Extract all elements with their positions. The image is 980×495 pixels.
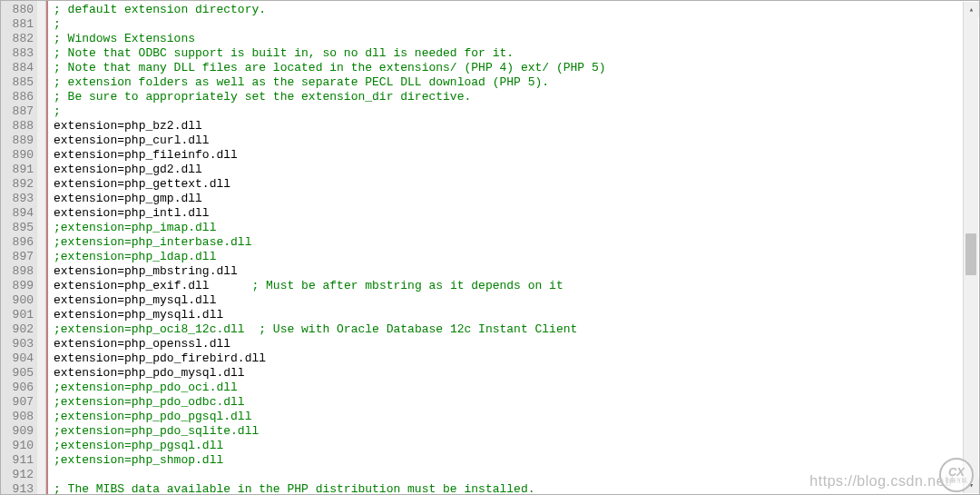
line-number: 907 — [1, 395, 34, 410]
code-line[interactable]: ;extension=php_pdo_oci.dll — [54, 381, 979, 395]
line-number: 884 — [1, 61, 34, 75]
line-number: 912 — [1, 468, 34, 482]
code-line[interactable]: extension=php_pdo_mysql.dll — [54, 366, 979, 381]
code-line[interactable]: extension=php_mbstring.dll — [54, 264, 979, 279]
code-line[interactable]: ;extension=php_pdo_sqlite.dll — [54, 424, 979, 439]
line-number: 905 — [1, 366, 34, 381]
code-line[interactable]: extension=php_bz2.dll — [54, 119, 979, 134]
fold-margin — [37, 1, 46, 494]
code-line[interactable]: ;extension=php_imap.dll — [54, 221, 979, 235]
code-line[interactable]: extension=php_mysql.dll — [54, 293, 979, 308]
code-line[interactable]: ;extension=php_interbase.dll — [54, 235, 979, 250]
code-line[interactable] — [54, 468, 979, 482]
line-number: 887 — [1, 104, 34, 119]
code-line[interactable]: ;extension=php_pdo_pgsql.dll — [54, 410, 979, 424]
line-number: 897 — [1, 250, 34, 264]
code-line[interactable]: extension=php_pdo_firebird.dll — [54, 351, 979, 366]
line-number: 906 — [1, 381, 34, 395]
line-number: 883 — [1, 46, 34, 61]
code-line[interactable]: ; extension folders as well as the separ… — [54, 75, 979, 90]
scroll-thumb[interactable] — [965, 233, 976, 275]
code-line[interactable]: extension=php_gettext.dll — [54, 177, 979, 192]
line-number: 894 — [1, 206, 34, 221]
line-number: 880 — [1, 3, 34, 17]
line-number: 903 — [1, 337, 34, 351]
code-line[interactable]: ; Windows Extensions — [54, 32, 979, 46]
code-line[interactable]: ;extension=php_pgsql.dll — [54, 439, 979, 453]
line-number: 893 — [1, 192, 34, 206]
code-line[interactable]: extension=php_intl.dll — [54, 206, 979, 221]
code-area[interactable]: ; default extension directory.;; Windows… — [48, 1, 979, 494]
code-line[interactable]: extension=php_curl.dll — [54, 134, 979, 148]
code-line[interactable]: ; Note that many DLL files are located i… — [54, 61, 979, 75]
line-number: 902 — [1, 322, 34, 337]
code-line[interactable]: ; — [54, 17, 979, 32]
line-number: 895 — [1, 221, 34, 235]
line-number: 911 — [1, 453, 34, 468]
code-line[interactable]: ; Be sure to appropriately set the exten… — [54, 90, 979, 104]
line-number: 901 — [1, 308, 34, 322]
line-number: 909 — [1, 424, 34, 439]
line-number: 896 — [1, 235, 34, 250]
scroll-up-button[interactable]: ▴ — [964, 2, 979, 17]
code-editor: 8808818828838848858868878888898908918928… — [0, 0, 980, 495]
code-line[interactable]: extension=php_gd2.dll — [54, 163, 979, 177]
scroll-down-button[interactable]: ▾ — [964, 478, 979, 493]
line-number: 888 — [1, 119, 34, 134]
code-line[interactable]: extension=php_gmp.dll — [54, 192, 979, 206]
code-line[interactable]: extension=php_mysqli.dll — [54, 308, 979, 322]
code-line[interactable]: ;extension=php_shmop.dll — [54, 453, 979, 468]
code-line[interactable]: ; The MIBS data available in the PHP dis… — [54, 482, 979, 494]
line-number: 899 — [1, 279, 34, 293]
code-line[interactable]: extension=php_openssl.dll — [54, 337, 979, 351]
line-number: 908 — [1, 410, 34, 424]
line-number-gutter: 8808818828838848858868878888898908918928… — [1, 1, 37, 494]
line-number: 913 — [1, 482, 34, 494]
line-number: 904 — [1, 351, 34, 366]
line-number: 885 — [1, 75, 34, 90]
line-number: 892 — [1, 177, 34, 192]
code-line[interactable]: ;extension=php_pdo_odbc.dll — [54, 395, 979, 410]
line-number: 900 — [1, 293, 34, 308]
vertical-scrollbar[interactable]: ▴ ▾ — [963, 2, 978, 493]
code-line[interactable]: extension=php_fileinfo.dll — [54, 148, 979, 163]
code-line[interactable]: ; — [54, 104, 979, 119]
line-number: 881 — [1, 17, 34, 32]
line-number: 898 — [1, 264, 34, 279]
code-line[interactable]: ;extension=php_oci8_12c.dll ; Use with O… — [54, 322, 979, 337]
line-number: 889 — [1, 134, 34, 148]
code-line[interactable]: extension=php_exif.dll ; Must be after m… — [54, 279, 979, 293]
code-line[interactable]: ; default extension directory. — [54, 3, 979, 17]
code-line[interactable]: ;extension=php_ldap.dll — [54, 250, 979, 264]
line-number: 891 — [1, 163, 34, 177]
line-number: 886 — [1, 90, 34, 104]
code-line[interactable]: ; Note that ODBC support is built in, so… — [54, 46, 979, 61]
line-number: 882 — [1, 32, 34, 46]
line-number: 910 — [1, 439, 34, 453]
line-number: 890 — [1, 148, 34, 163]
scroll-track[interactable] — [964, 17, 978, 478]
